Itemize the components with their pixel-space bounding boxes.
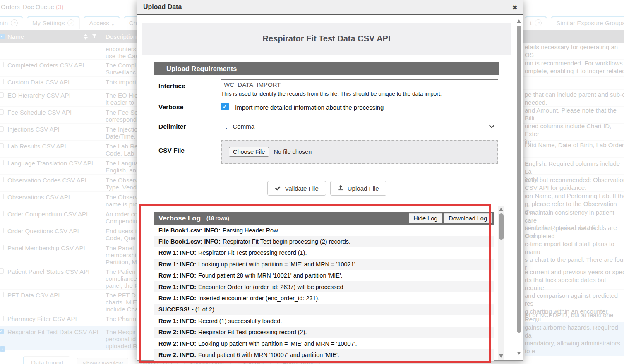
scroll-up-arrow-icon[interactable] <box>517 19 521 23</box>
chevron-down-icon <box>489 123 494 128</box>
modal-scrollbar[interactable] <box>516 17 522 359</box>
log-message: Found patient 28 with MRN '10021' and pa… <box>198 272 343 279</box>
log-message: - (1 of 2) <box>192 306 214 313</box>
log-row: Row 2: INFO: Found patient 6 with MRN '1… <box>154 349 494 360</box>
log-message: Respirator Fit Test processing record (1… <box>198 249 307 256</box>
hide-log-button[interactable]: Hide Log <box>409 213 442 223</box>
log-prefix: Row 2: INFO: <box>158 340 196 347</box>
log-prefix: Row 1: INFO: <box>158 295 196 302</box>
download-log-button[interactable]: Download Log <box>444 213 492 223</box>
log-message: Encounter Order for (order_id: 2637) wil… <box>198 284 343 290</box>
modal-title: Upload Data <box>143 3 182 11</box>
close-icon[interactable]: ✖ <box>506 0 523 14</box>
log-row-count: (18 rows) <box>206 216 229 221</box>
file-drop-zone[interactable]: Choose File No file chosen <box>221 140 498 164</box>
scroll-up-arrow-icon[interactable] <box>499 208 503 211</box>
log-scrollbar[interactable] <box>498 206 504 360</box>
choose-file-button[interactable]: Choose File <box>229 147 269 157</box>
delimiter-label: Delimiter <box>158 123 186 130</box>
log-message: Parsing Header Row <box>223 227 278 234</box>
log-message: Found patient 6 with MRN '10007' and par… <box>198 352 339 358</box>
upload-data-modal: Upload Data ✖ Respirator Fit Test Data C… <box>137 0 523 361</box>
log-row: Row 1: INFO: Found patient 28 with MRN '… <box>154 270 494 281</box>
log-prefix: File Book1.csv: INFO: <box>158 238 221 245</box>
verbose-log-title: Verbose Log <box>158 214 201 223</box>
interface-label: Interface <box>158 82 185 90</box>
verbose-label: Verbose <box>158 103 183 111</box>
api-title-banner: Respirator Fit Test Data CSV API <box>142 23 511 55</box>
log-row: Row 1: INFO: Respirator Fit Test process… <box>154 247 494 259</box>
upload-requirements-header: Upload Requirements <box>154 62 499 75</box>
modal-header: Upload Data ✖ <box>137 0 523 15</box>
action-buttons: Validate File Upload File <box>154 181 499 196</box>
scrollbar-thumb[interactable] <box>517 26 521 333</box>
log-prefix: File Book1.csv: INFO: <box>158 227 221 234</box>
log-prefix: Row 2: INFO: <box>158 352 196 358</box>
upload-file-button[interactable]: Upload File <box>330 181 386 196</box>
log-prefix: Row 1: INFO: <box>158 249 196 256</box>
scroll-down-arrow-icon[interactable] <box>517 352 521 355</box>
log-prefix: SUCCESS! <box>158 306 190 313</box>
log-prefix: Row 1: INFO: <box>158 261 196 268</box>
log-message: Respirator Fit Test begin processing (2)… <box>223 238 350 245</box>
log-message: Looking up patient with partition = 'MIE… <box>198 261 357 268</box>
verbose-log-header: Verbose Log (18 rows) Hide Log Download … <box>154 212 494 225</box>
no-file-chosen-text: No file chosen <box>274 148 312 155</box>
verbose-log-rows: File Book1.csv: INFO: Parsing Header Row… <box>154 225 494 361</box>
verbose-checkbox[interactable]: ✓ <box>221 103 229 110</box>
section-divider <box>154 177 499 177</box>
log-prefix: Row 1: INFO: <box>158 284 196 290</box>
delimiter-selected-value: , - Comma <box>226 123 254 130</box>
api-title: Respirator Fit Test Data CSV API <box>263 34 391 43</box>
log-message: Record (1) successfully loaded. <box>198 318 282 324</box>
log-row: File Book1.csv: INFO: Parsing Header Row <box>154 225 494 236</box>
log-message: Respirator Fit Test processing record (2… <box>198 329 307 335</box>
check-icon <box>275 185 281 192</box>
log-prefix: Row 1: INFO: <box>158 318 196 324</box>
log-row: Row 1: INFO: Record (1) successfully loa… <box>154 315 494 326</box>
scroll-down-arrow-icon[interactable] <box>499 354 503 358</box>
log-row: Row 2: INFO: Respirator Fit Test process… <box>154 327 494 338</box>
log-prefix: Row 2: INFO: <box>158 329 196 335</box>
log-row: File Book1.csv: INFO: Respirator Fit Tes… <box>154 236 494 247</box>
delimiter-select[interactable]: , - Comma <box>221 121 498 132</box>
log-row: Row 2: INFO: Looking up patient with par… <box>154 338 494 349</box>
upload-icon <box>338 184 344 192</box>
log-row: SUCCESS! - (1 of 2) <box>154 304 494 315</box>
verbose-description: Import more detailed information about t… <box>235 104 384 111</box>
scrollbar-thumb[interactable] <box>499 213 504 240</box>
log-prefix: Row 1: INFO: <box>158 272 196 279</box>
log-message: Looking up patient with partition = 'MIE… <box>198 340 357 347</box>
interface-help-text: This is used to identify the records fro… <box>221 91 442 97</box>
log-row: Row 1: INFO: Looking up patient with par… <box>154 259 494 270</box>
interface-input[interactable] <box>221 79 498 89</box>
log-row: Row 1: INFO: Encounter Order for (order_… <box>154 281 494 292</box>
log-row: Row 1: INFO: Inserted encounter order (e… <box>154 292 494 304</box>
validate-file-button[interactable]: Validate File <box>267 181 326 196</box>
log-message: Inserted encounter order (enc_order_id: … <box>198 295 319 302</box>
csv-file-label: CSV File <box>158 147 185 154</box>
